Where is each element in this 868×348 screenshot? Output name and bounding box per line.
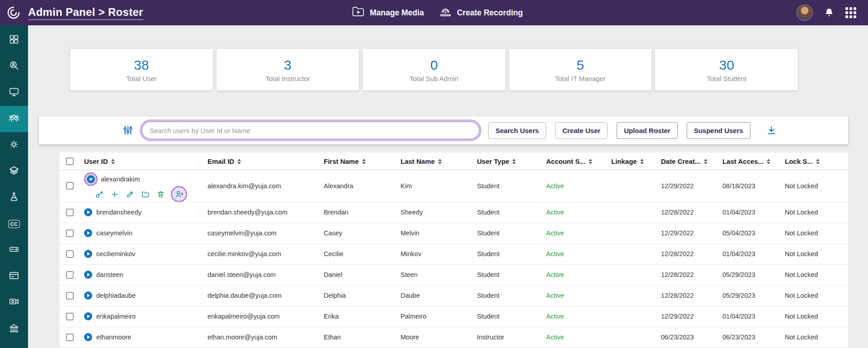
col-header-last-name[interactable]: Last Name (396, 153, 472, 170)
admin-panel-roster-page: Admin Panel > Roster Manage Media Create… (0, 0, 868, 348)
account-status: Active (546, 313, 564, 320)
stat-card-total-student: 30 Total Student (655, 49, 798, 91)
stat-label: Total IT Manager (555, 75, 605, 82)
col-header-lock-status[interactable]: Lock S... (780, 153, 848, 170)
expand-row-icon[interactable] (84, 229, 92, 237)
media-folder-icon (352, 6, 364, 19)
impersonate-user-icon[interactable] (175, 190, 184, 199)
institution-building-icon (9, 323, 19, 335)
expand-row-icon[interactable] (84, 271, 92, 279)
header-actions: Manage Media Create Recording (352, 0, 523, 25)
stat-value: 38 (134, 57, 149, 72)
stat-label: Total Instructor (265, 75, 310, 82)
table-row: brendansheedy brendan.sheedy@yuja.com Br… (60, 202, 848, 223)
settings-gear-icon (9, 139, 19, 152)
sidebar-item-dashboard[interactable] (0, 27, 28, 53)
download-icon[interactable] (766, 125, 777, 136)
stat-label: Total Sub Admin (410, 75, 458, 82)
suspend-users-button[interactable]: Suspend Users (687, 122, 750, 139)
row-checkbox[interactable] (66, 229, 74, 237)
row-checkbox[interactable] (66, 271, 74, 279)
col-header-email-id[interactable]: Email ID (203, 153, 319, 170)
monitor-icon (9, 86, 19, 99)
row-checkbox[interactable] (66, 209, 74, 216)
select-all-checkbox[interactable] (66, 157, 74, 165)
upload-roster-button[interactable]: Upload Roster (617, 122, 678, 139)
account-status: Active (546, 334, 564, 341)
col-header-user-type[interactable]: User Type (472, 153, 542, 170)
sort-icon (816, 159, 820, 164)
sidebar-item-video-recorder[interactable] (0, 290, 28, 316)
account-status: Active (546, 271, 564, 278)
row-checkbox[interactable] (66, 182, 74, 190)
stat-value: 0 (430, 57, 438, 72)
yuja-logo[interactable] (5, 5, 22, 21)
sort-icon (237, 159, 241, 164)
table-row: erikapalmeiro erikapalmeiro@yuja.com Eri… (60, 306, 848, 327)
sort-icon (438, 159, 442, 164)
col-header-linkage[interactable]: Linkage (607, 153, 656, 170)
add-icon[interactable] (110, 190, 119, 199)
delete-icon[interactable] (156, 190, 165, 199)
sidebar-item-institution[interactable] (0, 316, 28, 342)
sidebar-item-user-search[interactable] (0, 53, 28, 80)
folder-icon[interactable] (141, 190, 150, 199)
sort-icon (362, 159, 366, 164)
table-row-expanded: alexandrakim (60, 170, 848, 202)
col-header-last-accessed[interactable]: Last Acces... (718, 153, 780, 170)
row-checkbox[interactable] (66, 313, 74, 320)
stats-row: 38 Total User 3 Total Instructor 0 Total… (70, 49, 798, 91)
sidebar-item-settings[interactable] (0, 132, 28, 158)
sidebar-item-roster[interactable] (0, 106, 28, 132)
col-header-date-created[interactable]: Date Creat... (656, 153, 718, 170)
search-users-button[interactable]: Search Users (488, 122, 546, 139)
row-checkbox[interactable] (66, 292, 74, 300)
avatar[interactable] (797, 5, 813, 21)
sidebar-item-billing[interactable] (0, 263, 28, 290)
account-status: Active (546, 250, 564, 257)
stat-card-total-instructor: 3 Total Instructor (217, 49, 359, 91)
sidebar-item-branding[interactable] (0, 185, 28, 211)
table-row: caseymelvin caseymelvin@yuja.com Casey M… (60, 223, 848, 243)
search-input[interactable] (142, 122, 479, 139)
account-status: Active (546, 209, 564, 216)
manage-media-button[interactable]: Manage Media (352, 6, 424, 19)
col-header-account-status[interactable]: Account S... (542, 153, 607, 170)
filter-sliders-icon[interactable] (122, 124, 134, 136)
notifications-bell-icon[interactable] (824, 7, 835, 18)
expand-row-icon[interactable] (84, 333, 92, 341)
sidebar-item-courses[interactable] (0, 158, 28, 185)
sidebar-item-devices[interactable] (0, 80, 28, 106)
sort-icon (767, 159, 770, 164)
storage-drive-icon (9, 244, 19, 257)
collapse-row-icon[interactable] (87, 175, 95, 183)
apps-grid-icon[interactable] (845, 7, 856, 18)
create-user-button[interactable]: Create User (555, 122, 608, 139)
stat-card-total-sub-admin: 0 Total Sub Admin (363, 49, 505, 91)
expand-row-icon[interactable] (84, 291, 92, 300)
key-icon[interactable] (95, 190, 104, 199)
main-content: 38 Total User 3 Total Instructor 0 Total… (28, 25, 868, 348)
stat-card-total-it-manager: 5 Total IT Manager (509, 49, 652, 91)
roster-people-icon (8, 112, 20, 126)
sidebar-item-captions[interactable]: CC (0, 211, 28, 237)
row-checkbox[interactable] (66, 334, 74, 341)
expand-row-icon[interactable] (84, 312, 92, 320)
stat-value: 5 (576, 57, 584, 72)
sort-icon (512, 159, 516, 164)
billing-card-icon (9, 270, 19, 283)
app-header: Admin Panel > Roster Manage Media Create… (0, 0, 868, 25)
stat-value: 3 (284, 57, 292, 72)
expand-row-icon[interactable] (84, 250, 92, 258)
sidebar-nav: CC (0, 25, 28, 348)
col-header-user-id[interactable]: User ID (80, 153, 203, 170)
sidebar-item-storage[interactable] (0, 237, 28, 263)
expand-row-icon[interactable] (84, 208, 92, 216)
sort-icon (111, 159, 115, 164)
col-header-first-name[interactable]: First Name (319, 153, 396, 170)
stat-label: Total User (126, 75, 157, 82)
edit-icon[interactable] (126, 190, 134, 199)
stat-label: Total Student (707, 75, 746, 82)
create-recording-button[interactable]: Create Recording (439, 6, 523, 19)
row-checkbox[interactable] (66, 250, 74, 258)
